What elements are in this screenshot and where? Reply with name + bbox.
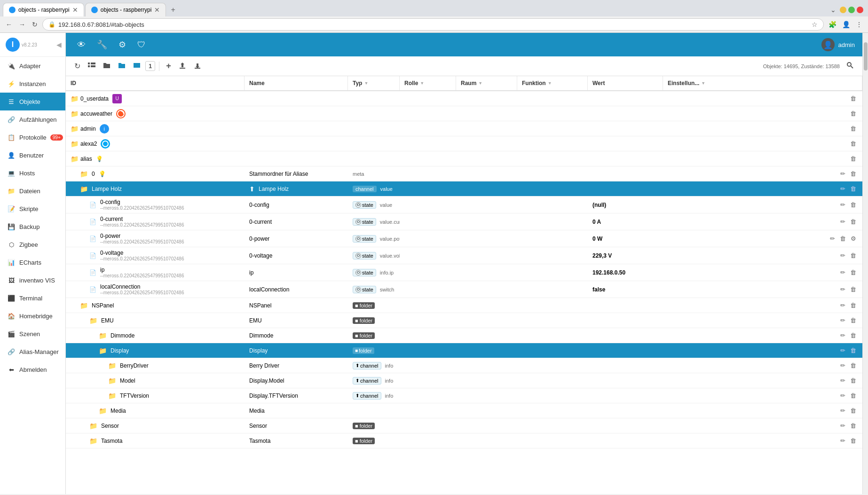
edit-button[interactable]: ✏ xyxy=(839,184,847,193)
table-row[interactable]: 📁 TFTVersion Display.TFTVersion ⬆ channe… xyxy=(66,388,862,403)
reload-button[interactable]: ↻ xyxy=(30,19,39,30)
delete-button[interactable]: 🗑 xyxy=(849,421,858,430)
table-row[interactable]: 📁 alias 💡 🗑 xyxy=(66,151,862,166)
delete-button[interactable]: 🗑 xyxy=(849,436,858,445)
table-row[interactable]: 📁 Dimmode Dimmode ■ folder ✏ 🗑 xyxy=(66,328,862,343)
sidebar-item-adapter[interactable]: 🔌 Adapter xyxy=(0,57,65,75)
edit-button[interactable]: ✏ xyxy=(829,234,836,243)
tab-close-2[interactable]: ✕ xyxy=(154,6,160,14)
edit-button[interactable]: ✏ xyxy=(839,200,847,209)
table-row[interactable]: 📁 0 💡 Stammordner für Aliase meta ✏ 🗑 xyxy=(66,166,862,181)
maximize-button[interactable] xyxy=(848,7,855,13)
table-row[interactable]: 📁 Media Media ✏ 🗑 xyxy=(66,403,862,418)
sidebar-item-hosts[interactable]: 💻 Hosts xyxy=(0,164,65,182)
delete-button[interactable]: 🗑 xyxy=(849,376,858,385)
upload-button[interactable] xyxy=(176,60,189,73)
delete-button[interactable]: 🗑 xyxy=(849,391,858,400)
sidebar-item-szenen[interactable]: 🎬 Szenen xyxy=(0,325,65,343)
col-header-wert[interactable]: Wert xyxy=(588,76,663,90)
table-row[interactable]: 📁 BerryDriver Berry Driver ⬆ channel inf… xyxy=(66,358,862,373)
table-row[interactable]: 📁 Sensor Sensor ■ folder ✏ 🗑 xyxy=(66,418,862,433)
delete-button[interactable]: 🗑 xyxy=(849,200,858,209)
table-row[interactable]: 📁 Tasmota Tasmota ■ folder ✏ 🗑 xyxy=(66,433,862,448)
gear-icon-button[interactable]: ⚙ xyxy=(115,36,130,54)
delete-button[interactable]: 🗑 xyxy=(849,169,858,178)
edit-button[interactable]: ✏ xyxy=(839,391,847,400)
col-header-raum[interactable]: Raum ▼ xyxy=(456,76,517,90)
back-button[interactable]: ← xyxy=(4,19,14,30)
sidebar-item-abmelden[interactable]: ⬅ Abmelden xyxy=(0,361,65,378)
delete-button[interactable]: 🗑 xyxy=(849,154,858,163)
edit-button[interactable]: ✏ xyxy=(839,251,847,260)
sidebar-item-skripte[interactable]: 📝 Skripte xyxy=(0,200,65,218)
refresh-button[interactable]: ↻ xyxy=(71,60,83,72)
col-header-id[interactable]: ID xyxy=(66,76,245,90)
right-scrollbar[interactable] xyxy=(862,33,868,494)
collapse-folder-button[interactable] xyxy=(130,60,143,73)
sidebar-item-alias-manager[interactable]: 🔗 Alias-Manager xyxy=(0,343,65,361)
user-menu[interactable]: 👤 admin xyxy=(821,38,855,51)
extensions-button[interactable]: 🧩 xyxy=(827,19,838,30)
delete-button[interactable]: 🗑 xyxy=(849,109,858,118)
edit-button[interactable]: ✏ xyxy=(839,285,847,294)
sidebar-item-benutzer[interactable]: 👤 Benutzer xyxy=(0,146,65,164)
sidebar-item-aufzaehlungen[interactable]: 🔗 Aufzählungen xyxy=(0,110,65,128)
edit-button[interactable]: ✏ xyxy=(839,316,847,325)
delete-button[interactable]: 🗑 xyxy=(849,346,858,355)
delete-button[interactable]: 🗑 xyxy=(849,94,858,103)
table-row[interactable]: 📁 EMU EMU ■ folder ✏ 🗑 xyxy=(66,313,862,328)
edit-button[interactable]: ✏ xyxy=(839,268,847,277)
table-row[interactable]: 📄 localConnection --meross.0.22042626254… xyxy=(66,281,862,298)
expand-folder-button[interactable] xyxy=(115,60,128,73)
eye-icon-button[interactable]: 👁 xyxy=(73,36,89,54)
close-button[interactable] xyxy=(857,7,863,13)
table-row[interactable]: 📄 0-voltage --meross.0.22042626254799510… xyxy=(66,247,862,264)
profile-button[interactable]: 👤 xyxy=(840,19,852,30)
table-row[interactable]: 📄 0-config --meross.0.220426262547995107… xyxy=(66,196,862,213)
table-row[interactable]: 📄 0-current --meross.0.22042626254799510… xyxy=(66,213,862,230)
delete-button[interactable]: 🗑 xyxy=(849,301,858,310)
col-header-rolle[interactable]: Rolle ▼ xyxy=(400,76,456,90)
search-button[interactable] xyxy=(844,60,857,73)
delete-button[interactable]: 🗑 xyxy=(849,251,858,260)
col-header-funktion[interactable]: Funktion ▼ xyxy=(517,76,588,90)
table-row[interactable]: 📄 ip --meross.0.22042626254799510702486 … xyxy=(66,264,862,281)
edit-button[interactable]: ✏ xyxy=(839,406,847,415)
delete-button[interactable]: 🗑 xyxy=(849,316,858,325)
delete-button[interactable]: 🗑 xyxy=(849,285,858,294)
sidebar-item-protokolle[interactable]: 📋 Protokolle 99+ xyxy=(0,128,65,146)
delete-button[interactable]: 🗑 xyxy=(849,217,858,226)
objects-table[interactable]: ID Name Typ ▼ Rolle ▼ Raum ▼ F xyxy=(66,76,862,494)
sidebar-item-backup[interactable]: 💾 Backup xyxy=(0,218,65,236)
gear-settings-button[interactable]: ⚙ xyxy=(849,234,858,243)
list-view-button[interactable] xyxy=(85,60,98,73)
edit-button[interactable]: ✏ xyxy=(839,346,847,355)
edit-button[interactable]: ✏ xyxy=(839,301,847,310)
menu-button[interactable]: ⋮ xyxy=(854,19,864,30)
sidebar-item-terminal[interactable]: ⬛ Terminal xyxy=(0,289,65,307)
tab-close-1[interactable]: ✕ xyxy=(72,6,78,14)
tab-overflow-button[interactable]: ⌄ xyxy=(829,4,838,16)
delete-button[interactable]: 🗑 xyxy=(849,331,858,340)
delete-button[interactable]: 🗑 xyxy=(849,361,858,370)
edit-button[interactable]: ✏ xyxy=(839,361,847,370)
table-row[interactable]: 📁 0_userdata U 🗑 xyxy=(66,91,862,106)
tab-2[interactable]: objects - raspberrypi ✕ xyxy=(85,3,166,16)
bookmark-icon[interactable]: ☆ xyxy=(812,21,818,28)
table-row[interactable]: 📁 accuweather 🗑 xyxy=(66,106,862,121)
delete-button[interactable]: 🗑 xyxy=(849,139,858,148)
col-header-einstellungen[interactable]: Einstellun... ▼ xyxy=(663,76,862,90)
sidebar-item-inventwo[interactable]: 🖼 inventwo VIS xyxy=(0,271,65,289)
delete-button[interactable]: 🗑 xyxy=(849,406,858,415)
scrollbar-thumb[interactable] xyxy=(864,42,868,71)
table-row-display[interactable]: 📁 Display Display ■ folder ✏ 🗑 xyxy=(66,343,862,358)
col-header-typ[interactable]: Typ ▼ xyxy=(348,76,400,90)
sidebar-item-zigbee[interactable]: ⬡ Zigbee xyxy=(0,236,65,253)
sidebar-item-homebridge[interactable]: 🏠 Homebridge xyxy=(0,307,65,325)
edit-button[interactable]: ✏ xyxy=(839,436,847,445)
toggle-one-button[interactable]: 1 xyxy=(145,61,155,71)
sidebar-item-instanzen[interactable]: ⚡ Instanzen xyxy=(0,75,65,93)
address-bar[interactable]: 🔒 192.168.0.67:8081/#tab-objects ☆ xyxy=(42,18,824,31)
forward-button[interactable]: → xyxy=(17,19,27,30)
table-row[interactable]: 📁 Model Display.Model ⬆ channel info xyxy=(66,373,862,388)
